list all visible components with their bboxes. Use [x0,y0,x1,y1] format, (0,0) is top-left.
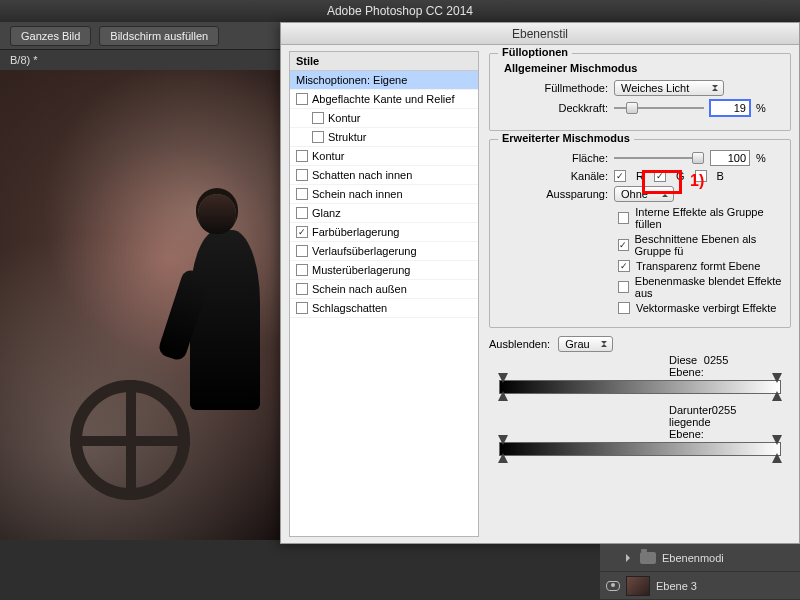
style-checkbox[interactable] [296,169,308,181]
fill-options-legend: Fülloptionen [498,46,572,58]
disclosure-icon[interactable] [626,554,634,562]
canvas-wheel [70,380,190,500]
style-label: Kontur [328,112,360,124]
style-item[interactable]: Musterüberlagerung [290,261,478,280]
style-checkbox[interactable] [312,112,324,124]
layer-group-name: Ebenenmodi [662,552,724,564]
style-label: Schlagschatten [312,302,387,314]
style-checkbox[interactable] [296,302,308,314]
advanced-blend-box: Erweiterter Mischmodus Fläche: 100 % Kan… [489,139,791,328]
val-255: 255 [718,404,736,440]
style-label: Struktur [328,131,367,143]
styles-header: Stile [290,52,478,71]
opacity-slider[interactable] [614,101,704,115]
style-item[interactable]: Verlaufsüberlagerung [290,242,478,261]
opt-transparency-shapes-label: Transparenz formt Ebene [636,260,760,272]
layer-row[interactable]: Ebene 3 [600,572,800,600]
opt-clipped-layers-label: Beschnittene Ebenen als Gruppe fü [635,233,783,257]
style-checkbox[interactable] [312,131,324,143]
opt-layer-mask-label: Ebenenmaske blendet Effekte aus [635,275,782,299]
channel-r-label: R [636,170,644,182]
fill-opacity-label: Fläche: [498,152,608,164]
style-item[interactable]: Struktur [290,128,478,147]
style-checkbox[interactable] [296,226,308,238]
style-label: Glanz [312,207,341,219]
app-title-bar: Adobe Photoshop CC 2014 [0,0,800,22]
canvas-figure [190,230,260,410]
blendif-label: Ausblenden: [489,338,550,350]
layer-thumbnail [626,576,650,596]
channels-group: R G B [614,170,724,182]
this-layer-label: Diese Ebene: [669,354,704,378]
style-label: Mischoptionen: Eigene [296,74,407,86]
document-canvas[interactable] [0,70,280,540]
fit-screen-button[interactable]: Ganzes Bild [10,26,91,46]
blendif-select[interactable]: Grau [558,336,613,352]
styles-list: Stile Mischoptionen: EigeneAbgeflachte K… [289,51,479,537]
opt-internal-effects-label: Interne Effekte als Gruppe füllen [635,206,782,230]
dialog-title: Ebenenstil [281,23,799,45]
style-item[interactable]: Schein nach innen [290,185,478,204]
fill-screen-button[interactable]: Bildschirm ausfüllen [99,26,219,46]
style-item[interactable]: Farbüberlagerung [290,223,478,242]
under-layer-label: Darunter liegende Ebene: [669,404,712,440]
channels-label: Kanäle: [498,170,608,182]
style-label: Farbüberlagerung [312,226,399,238]
opt-vector-mask-checkbox[interactable] [618,302,630,314]
opt-internal-effects-checkbox[interactable] [618,212,629,224]
style-item[interactable]: Schein nach außen [290,280,478,299]
style-checkbox[interactable] [296,150,308,162]
annotation-text: 1) [690,172,704,190]
style-label: Schein nach innen [312,188,403,200]
pct-label: % [756,152,766,164]
knockout-select[interactable]: Ohne [614,186,674,202]
knockout-label: Aussparung: [498,188,608,200]
style-item[interactable]: Mischoptionen: Eigene [290,71,478,90]
opt-transparency-shapes-checkbox[interactable] [618,260,630,272]
opt-clipped-layers-checkbox[interactable] [618,239,629,251]
channel-g-label: G [676,170,685,182]
visibility-icon[interactable] [606,581,620,591]
this-layer-gradient[interactable] [499,380,781,394]
style-label: Schein nach außen [312,283,407,295]
advanced-blend-legend: Erweiterter Mischmodus [498,132,634,144]
style-checkbox[interactable] [296,245,308,257]
opacity-label: Deckkraft: [498,102,608,114]
under-layer-gradient[interactable] [499,442,781,456]
document-tab[interactable]: B/8) * [10,54,38,66]
style-item[interactable]: Kontur [290,109,478,128]
opacity-input[interactable]: 19 [710,100,750,116]
opt-layer-mask-checkbox[interactable] [618,281,629,293]
layer-name: Ebene 3 [656,580,697,592]
options-panel: Fülloptionen Allgemeiner Mischmodus Füll… [485,45,799,543]
fill-opacity-input[interactable]: 100 [710,150,750,166]
style-label: Verlaufsüberlagerung [312,245,417,257]
fill-method-label: Füllmethode: [498,82,608,94]
layers-panel: Ebenenmodi Ebene 3 [600,544,800,600]
channel-r-checkbox[interactable] [614,170,626,182]
channel-b-label: B [717,170,724,182]
style-checkbox[interactable] [296,283,308,295]
opt-vector-mask-label: Vektormaske verbirgt Effekte [636,302,776,314]
style-checkbox[interactable] [296,93,308,105]
layer-group-row[interactable]: Ebenenmodi [600,544,800,572]
style-item[interactable]: Glanz [290,204,478,223]
val-255: 255 [710,354,728,378]
style-checkbox[interactable] [296,188,308,200]
style-item[interactable]: Kontur [290,147,478,166]
style-label: Abgeflachte Kante und Relief [312,93,455,105]
fill-method-select[interactable]: Weiches Licht [614,80,724,96]
fill-opacity-slider[interactable] [614,151,704,165]
style-checkbox[interactable] [296,264,308,276]
fill-options-box: Fülloptionen Allgemeiner Mischmodus Füll… [489,53,791,131]
style-item[interactable]: Schlagschatten [290,299,478,318]
style-label: Schatten nach innen [312,169,412,181]
folder-icon [640,552,656,564]
pct-label: % [756,102,766,114]
channel-g-checkbox[interactable] [654,170,666,182]
style-label: Kontur [312,150,344,162]
style-item[interactable]: Schatten nach innen [290,166,478,185]
style-item[interactable]: Abgeflachte Kante und Relief [290,90,478,109]
style-checkbox[interactable] [296,207,308,219]
general-blend-legend: Allgemeiner Mischmodus [504,62,782,74]
